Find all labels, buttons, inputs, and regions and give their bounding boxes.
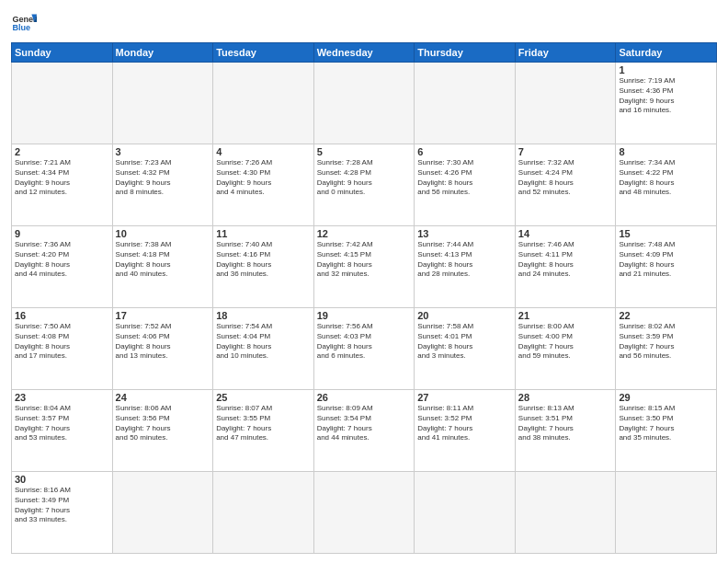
day-number: 27 bbox=[417, 392, 512, 403]
cell-info: Sunrise: 7:28 AM Sunset: 4:28 PM Dayligh… bbox=[317, 158, 412, 198]
dow-header-wednesday: Wednesday bbox=[313, 43, 415, 63]
calendar-cell: 19Sunrise: 7:56 AM Sunset: 4:03 PM Dayli… bbox=[313, 308, 415, 390]
day-number: 7 bbox=[518, 146, 613, 157]
calendar-cell: 7Sunrise: 7:32 AM Sunset: 4:24 PM Daylig… bbox=[515, 144, 616, 226]
cell-info: Sunrise: 8:06 AM Sunset: 3:56 PM Dayligh… bbox=[116, 404, 210, 443]
calendar-cell bbox=[112, 63, 213, 144]
calendar-cell: 30Sunrise: 8:16 AM Sunset: 3:49 PM Dayli… bbox=[12, 472, 113, 554]
day-number: 8 bbox=[619, 146, 713, 157]
day-number: 14 bbox=[518, 228, 613, 239]
dow-header-monday: Monday bbox=[112, 43, 213, 63]
cell-info: Sunrise: 7:52 AM Sunset: 4:06 PM Dayligh… bbox=[116, 322, 210, 362]
cell-info: Sunrise: 7:48 AM Sunset: 4:09 PM Dayligh… bbox=[619, 240, 713, 280]
cell-info: Sunrise: 7:26 AM Sunset: 4:30 PM Dayligh… bbox=[216, 158, 311, 198]
calendar-cell: 6Sunrise: 7:30 AM Sunset: 4:26 PM Daylig… bbox=[415, 144, 516, 226]
calendar-body: 1Sunrise: 7:19 AM Sunset: 4:36 PM Daylig… bbox=[12, 63, 717, 554]
day-number: 23 bbox=[15, 392, 109, 403]
day-number: 28 bbox=[518, 392, 613, 403]
calendar-cell: 5Sunrise: 7:28 AM Sunset: 4:28 PM Daylig… bbox=[313, 144, 415, 226]
cell-info: Sunrise: 7:44 AM Sunset: 4:13 PM Dayligh… bbox=[417, 240, 512, 280]
day-number: 3 bbox=[116, 146, 210, 157]
calendar-cell bbox=[313, 63, 415, 144]
dow-header-tuesday: Tuesday bbox=[213, 43, 314, 63]
calendar-cell: 15Sunrise: 7:48 AM Sunset: 4:09 PM Dayli… bbox=[616, 226, 717, 308]
day-number: 30 bbox=[15, 474, 109, 485]
logo: General Blue bbox=[11, 9, 40, 35]
day-number: 16 bbox=[15, 310, 109, 321]
calendar-cell: 13Sunrise: 7:44 AM Sunset: 4:13 PM Dayli… bbox=[415, 226, 516, 308]
day-number: 11 bbox=[216, 228, 311, 239]
calendar: SundayMondayTuesdayWednesdayThursdayFrid… bbox=[11, 42, 717, 554]
cell-info: Sunrise: 7:36 AM Sunset: 4:20 PM Dayligh… bbox=[15, 240, 109, 280]
cell-info: Sunrise: 7:42 AM Sunset: 4:15 PM Dayligh… bbox=[317, 240, 412, 280]
calendar-cell: 18Sunrise: 7:54 AM Sunset: 4:04 PM Dayli… bbox=[213, 308, 314, 390]
day-number: 24 bbox=[116, 392, 210, 403]
cell-info: Sunrise: 7:50 AM Sunset: 4:08 PM Dayligh… bbox=[15, 322, 109, 362]
calendar-cell: 24Sunrise: 8:06 AM Sunset: 3:56 PM Dayli… bbox=[112, 390, 213, 472]
cell-info: Sunrise: 8:04 AM Sunset: 3:57 PM Dayligh… bbox=[15, 404, 109, 443]
cell-info: Sunrise: 7:23 AM Sunset: 4:32 PM Dayligh… bbox=[116, 158, 210, 198]
calendar-cell: 12Sunrise: 7:42 AM Sunset: 4:15 PM Dayli… bbox=[313, 226, 415, 308]
day-number: 22 bbox=[619, 310, 713, 321]
cell-info: Sunrise: 7:19 AM Sunset: 4:36 PM Dayligh… bbox=[619, 76, 713, 116]
calendar-cell: 20Sunrise: 7:58 AM Sunset: 4:01 PM Dayli… bbox=[415, 308, 516, 390]
calendar-cell: 16Sunrise: 7:50 AM Sunset: 4:08 PM Dayli… bbox=[12, 308, 113, 390]
calendar-cell bbox=[112, 472, 213, 554]
calendar-cell: 17Sunrise: 7:52 AM Sunset: 4:06 PM Dayli… bbox=[112, 308, 213, 390]
day-number: 10 bbox=[116, 228, 210, 239]
calendar-cell bbox=[213, 472, 314, 554]
cell-info: Sunrise: 7:40 AM Sunset: 4:16 PM Dayligh… bbox=[216, 240, 311, 280]
svg-text:Blue: Blue bbox=[12, 23, 30, 32]
logo-icon: General Blue bbox=[11, 9, 37, 35]
calendar-cell bbox=[12, 63, 113, 144]
calendar-cell: 3Sunrise: 7:23 AM Sunset: 4:32 PM Daylig… bbox=[112, 144, 213, 226]
day-number: 4 bbox=[216, 146, 311, 157]
calendar-cell: 4Sunrise: 7:26 AM Sunset: 4:30 PM Daylig… bbox=[213, 144, 314, 226]
dow-header-saturday: Saturday bbox=[616, 43, 717, 63]
calendar-cell: 1Sunrise: 7:19 AM Sunset: 4:36 PM Daylig… bbox=[616, 63, 717, 144]
calendar-cell: 27Sunrise: 8:11 AM Sunset: 3:52 PM Dayli… bbox=[415, 390, 516, 472]
cell-info: Sunrise: 7:21 AM Sunset: 4:34 PM Dayligh… bbox=[15, 158, 109, 198]
calendar-cell bbox=[415, 63, 516, 144]
cell-info: Sunrise: 7:46 AM Sunset: 4:11 PM Dayligh… bbox=[518, 240, 613, 280]
day-of-week-row: SundayMondayTuesdayWednesdayThursdayFrid… bbox=[12, 43, 717, 63]
dow-header-thursday: Thursday bbox=[415, 43, 516, 63]
day-number: 17 bbox=[116, 310, 210, 321]
cell-info: Sunrise: 7:54 AM Sunset: 4:04 PM Dayligh… bbox=[216, 322, 311, 362]
calendar-cell: 9Sunrise: 7:36 AM Sunset: 4:20 PM Daylig… bbox=[12, 226, 113, 308]
calendar-cell bbox=[213, 63, 314, 144]
day-number: 19 bbox=[317, 310, 412, 321]
day-number: 15 bbox=[619, 228, 713, 239]
calendar-cell bbox=[313, 472, 415, 554]
header: General Blue bbox=[11, 9, 717, 35]
cell-info: Sunrise: 8:09 AM Sunset: 3:54 PM Dayligh… bbox=[317, 404, 412, 443]
calendar-cell: 21Sunrise: 8:00 AM Sunset: 4:00 PM Dayli… bbox=[515, 308, 616, 390]
calendar-cell: 2Sunrise: 7:21 AM Sunset: 4:34 PM Daylig… bbox=[12, 144, 113, 226]
calendar-cell: 8Sunrise: 7:34 AM Sunset: 4:22 PM Daylig… bbox=[616, 144, 717, 226]
cell-info: Sunrise: 8:15 AM Sunset: 3:50 PM Dayligh… bbox=[619, 404, 713, 443]
calendar-cell bbox=[415, 472, 516, 554]
cell-info: Sunrise: 7:32 AM Sunset: 4:24 PM Dayligh… bbox=[518, 158, 613, 198]
cell-info: Sunrise: 8:13 AM Sunset: 3:51 PM Dayligh… bbox=[518, 404, 613, 443]
calendar-cell: 10Sunrise: 7:38 AM Sunset: 4:18 PM Dayli… bbox=[112, 226, 213, 308]
calendar-cell: 28Sunrise: 8:13 AM Sunset: 3:51 PM Dayli… bbox=[515, 390, 616, 472]
day-number: 25 bbox=[216, 392, 311, 403]
cell-info: Sunrise: 8:11 AM Sunset: 3:52 PM Dayligh… bbox=[417, 404, 512, 443]
calendar-cell: 29Sunrise: 8:15 AM Sunset: 3:50 PM Dayli… bbox=[616, 390, 717, 472]
day-number: 6 bbox=[417, 146, 512, 157]
cell-info: Sunrise: 7:38 AM Sunset: 4:18 PM Dayligh… bbox=[116, 240, 210, 280]
cell-info: Sunrise: 7:30 AM Sunset: 4:26 PM Dayligh… bbox=[417, 158, 512, 198]
calendar-cell bbox=[515, 63, 616, 144]
day-number: 13 bbox=[417, 228, 512, 239]
cell-info: Sunrise: 8:00 AM Sunset: 4:00 PM Dayligh… bbox=[518, 322, 613, 362]
calendar-cell: 25Sunrise: 8:07 AM Sunset: 3:55 PM Dayli… bbox=[213, 390, 314, 472]
day-number: 5 bbox=[317, 146, 412, 157]
calendar-cell: 23Sunrise: 8:04 AM Sunset: 3:57 PM Dayli… bbox=[12, 390, 113, 472]
calendar-cell bbox=[616, 472, 717, 554]
day-number: 2 bbox=[15, 146, 109, 157]
day-number: 21 bbox=[518, 310, 613, 321]
cell-info: Sunrise: 8:07 AM Sunset: 3:55 PM Dayligh… bbox=[216, 404, 311, 443]
cell-info: Sunrise: 8:16 AM Sunset: 3:49 PM Dayligh… bbox=[15, 486, 109, 525]
calendar-cell: 22Sunrise: 8:02 AM Sunset: 3:59 PM Dayli… bbox=[616, 308, 717, 390]
day-number: 12 bbox=[317, 228, 412, 239]
